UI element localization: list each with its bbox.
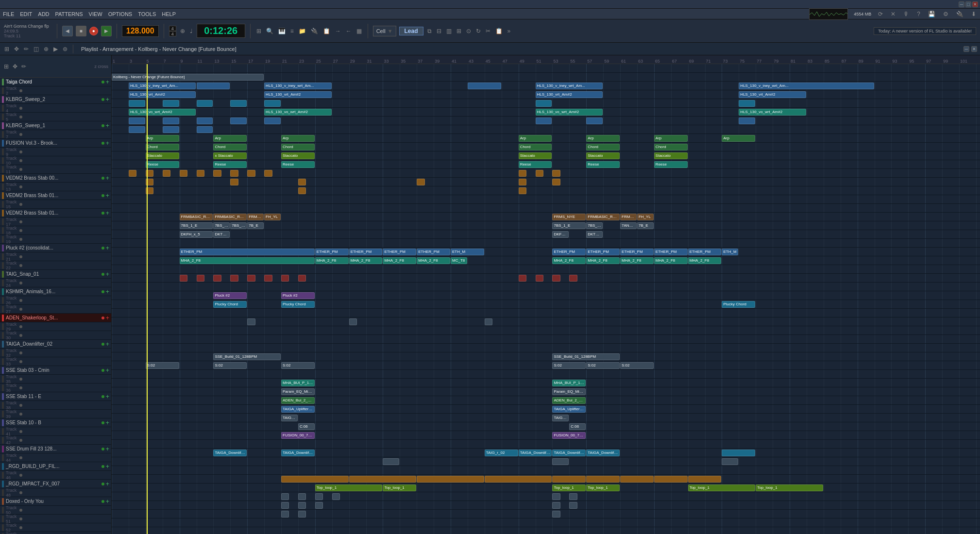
clip[interactable]: [519, 275, 526, 282]
track-row[interactable]: Track 36: [0, 384, 111, 392]
clip[interactable]: MHA_2_F8: [349, 257, 383, 264]
record-button[interactable]: ●: [89, 27, 98, 35]
track-row[interactable]: SSE Stab 10 - B +: [0, 418, 111, 427]
clip[interactable]: [349, 318, 357, 325]
stop-button[interactable]: ■: [76, 26, 86, 36]
clip[interactable]: TAIGA_Downlifter_02: [552, 450, 586, 456]
clip[interactable]: Chord: [586, 144, 620, 150]
beat-denominator[interactable]: 4: [169, 31, 176, 36]
clip[interactable]: ETHER_PM: [349, 249, 383, 255]
track-add-button[interactable]: +: [105, 480, 109, 487]
tb2-grid-icon[interactable]: ⊞: [3, 44, 11, 54]
clip[interactable]: [569, 493, 577, 500]
clip[interactable]: [519, 179, 526, 185]
arrow-left-icon[interactable]: ←: [345, 27, 353, 35]
track-row[interactable]: Track 26: [0, 296, 111, 305]
track-add-button[interactable]: +: [105, 463, 109, 470]
clip[interactable]: FRM_NYE: [247, 214, 264, 220]
track-row[interactable]: Track 48: [0, 488, 111, 497]
clip[interactable]: Top_loop_1: [383, 484, 416, 491]
clip[interactable]: 7B_E: [247, 222, 264, 229]
clip[interactable]: [180, 170, 187, 177]
clip[interactable]: TAIGA_Downlifter_02: [586, 450, 620, 456]
clip[interactable]: [620, 476, 654, 483]
clip[interactable]: TAIGA_Uplifter_03: [552, 406, 586, 413]
clip[interactable]: FUSION_00_7_128BPM: [281, 432, 315, 439]
menu-help[interactable]: HELP: [162, 11, 176, 17]
maximize-button[interactable]: □: [965, 1, 971, 7]
clip[interactable]: [569, 275, 577, 282]
clip[interactable]: Reese: [586, 161, 620, 168]
tb2-play2-icon[interactable]: ▶: [52, 44, 59, 54]
tap-tempo-icon[interactable]: ⊕: [179, 27, 186, 35]
track-add-button[interactable]: +: [105, 288, 109, 295]
playlist-minimize[interactable]: ─: [963, 46, 969, 52]
clip[interactable]: Plucky Chord: [722, 301, 755, 308]
clip[interactable]: HLS_130_vrt_Am#2: [264, 91, 332, 98]
track-add-button[interactable]: +: [105, 192, 109, 199]
track-row[interactable]: Track 18: [0, 226, 111, 235]
clip[interactable]: [722, 450, 755, 456]
clip[interactable]: [552, 511, 560, 517]
track-row[interactable]: Track 4: [0, 104, 111, 113]
clip[interactable]: 7B_E: [637, 222, 654, 229]
clip[interactable]: DKT_x_5: [586, 231, 603, 238]
track-row[interactable]: Track 21: [0, 252, 111, 261]
clip[interactable]: 7AN_1_E: [620, 222, 637, 229]
clip[interactable]: Staccato: [146, 152, 179, 159]
metronome-icon[interactable]: ♩: [189, 27, 194, 35]
clip[interactable]: [315, 502, 323, 509]
track-add-button[interactable]: +: [105, 244, 109, 251]
more-icon[interactable]: »: [507, 27, 512, 35]
clip[interactable]: [247, 275, 255, 282]
clip[interactable]: TAIGA_Downlifter_02: [281, 450, 315, 456]
clip[interactable]: [163, 170, 170, 177]
clip[interactable]: [230, 179, 238, 185]
track-row[interactable]: _RGD_IMPACT_FX_007 +: [0, 480, 111, 488]
clip[interactable]: [163, 100, 179, 107]
clip[interactable]: Staccato: [281, 152, 315, 159]
menu-file[interactable]: FILE: [3, 11, 14, 17]
track-row[interactable]: Track 10: [0, 156, 111, 165]
track-row[interactable]: Track 22: [0, 261, 111, 270]
track-row[interactable]: VEDM2 Brass Stab 01... +: [0, 209, 111, 217]
tb2-move-icon[interactable]: ✥: [13, 44, 20, 54]
clip[interactable]: [552, 179, 560, 185]
track-add-button[interactable]: +: [105, 314, 109, 321]
track-row[interactable]: SSE Drum Fill 23 128... +: [0, 445, 111, 453]
track-row[interactable]: Track 2: [0, 86, 111, 95]
clip[interactable]: Chord: [213, 144, 247, 150]
clip[interactable]: FH_YL: [264, 214, 281, 220]
mixer-icon[interactable]: ✕: [890, 10, 896, 18]
settings-icon[interactable]: ⚙: [942, 10, 949, 18]
tb2-zoom2-icon[interactable]: ⊕: [42, 44, 50, 54]
track-row[interactable]: KLBRG_Sweep_1 +: [0, 121, 111, 130]
menu-options[interactable]: OPTIONS: [108, 11, 133, 17]
clip[interactable]: [264, 275, 272, 282]
clip[interactable]: Plucky Chord: [281, 301, 315, 308]
track-add-button[interactable]: +: [105, 367, 109, 374]
clip[interactable]: [197, 126, 213, 133]
track-row[interactable]: VEDM2 Brass Stab 01... +: [0, 191, 111, 200]
track-row[interactable]: KLBRG_Sweep_2 +: [0, 95, 111, 104]
clip[interactable]: ETH_M: [722, 249, 738, 255]
track-row[interactable]: Track 53: [0, 532, 111, 534]
clip[interactable]: [417, 476, 484, 483]
clip[interactable]: SSE_Build_01_128BPM: [552, 353, 620, 360]
mic-icon[interactable]: 🎙: [902, 10, 910, 18]
clip[interactable]: HLS_130_vo_wrt_Am#2: [264, 109, 332, 116]
clip[interactable]: Reese: [654, 161, 688, 168]
clip[interactable]: FRMS_NYE: [552, 214, 586, 220]
clip[interactable]: Arp: [146, 135, 179, 142]
clip[interactable]: S:02: [213, 362, 247, 369]
track-row[interactable]: Track 15: [0, 200, 111, 209]
track-add-button[interactable]: +: [105, 445, 109, 452]
clip[interactable]: TAIG_r_02: [552, 415, 569, 421]
clip[interactable]: ADEN_Bui_2_128BPM: [552, 397, 586, 404]
clip[interactable]: [281, 493, 289, 500]
track-row[interactable]: Track 29: [0, 322, 111, 331]
clip[interactable]: [129, 117, 145, 124]
clip[interactable]: [146, 187, 153, 194]
clip[interactable]: [552, 502, 560, 509]
track-add-button[interactable]: +: [105, 209, 109, 217]
